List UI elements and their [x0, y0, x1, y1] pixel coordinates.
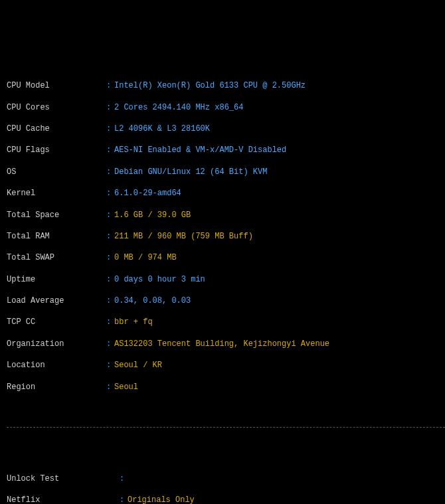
space-value: 1.6 GB / 39.0 GB: [114, 210, 191, 220]
cpu-cores-value: 2 Cores 2494.140 MHz x86_64: [114, 102, 243, 113]
cpu-cache-value: L2 4096K & L3 28160K: [114, 124, 210, 134]
swap-value: 0 MB / 974 MB: [114, 252, 177, 263]
region-label: Region: [7, 382, 106, 392]
loc-value: Seoul / KR: [114, 360, 162, 371]
load-value: 0.34, 0.08, 0.03: [114, 295, 191, 306]
cpu-flags-label: CPU Flags: [7, 145, 106, 155]
ram-value: 211 MB / 960 MB (759 MB Buff): [114, 231, 253, 242]
netflix-value: Originals Only: [128, 495, 195, 504]
unlock-title: Unlock Test: [7, 473, 120, 484]
divider: [7, 427, 445, 428]
kernel-label: Kernel: [7, 188, 106, 199]
region-value: Seoul: [114, 382, 138, 392]
netflix-label: Netflix: [7, 495, 120, 504]
space-label: Total Space: [7, 210, 106, 220]
kernel-value: 6.1.0-29-amd64: [114, 188, 181, 199]
uptime-label: Uptime: [7, 274, 106, 285]
ram-label: Total RAM: [7, 231, 106, 242]
org-value: AS132203 Tencent Building, Kejizhongyi A…: [114, 339, 329, 349]
cpu-model-value: Intel(R) Xeon(R) Gold 6133 CPU @ 2.50GHz: [114, 80, 306, 91]
uptime-value: 0 days 0 hour 3 min: [114, 274, 205, 285]
os-value: Debian GNU/Linux 12 (64 Bit) KVM: [114, 167, 267, 177]
load-label: Load Average: [7, 295, 106, 306]
loc-label: Location: [7, 360, 106, 371]
cpu-model-label: CPU Model: [7, 80, 106, 91]
org-label: Organization: [7, 339, 106, 349]
tcp-label: TCP CC: [7, 317, 106, 327]
unlock-block: Unlock Test: Netflix:Originals Only YouT…: [7, 463, 445, 504]
cpu-flags-value: AES-NI Enabled & VM-x/AMD-V Disabled: [114, 145, 286, 155]
colon: :: [106, 80, 114, 91]
os-label: OS: [7, 167, 106, 177]
cpu-cache-label: CPU Cache: [7, 124, 106, 134]
cpu-cores-label: CPU Cores: [7, 102, 106, 113]
tcp-value: bbr + fq: [114, 317, 153, 327]
sysinfo-block: CPU Model:Intel(R) Xeon(R) Gold 6133 CPU…: [7, 70, 445, 403]
swap-label: Total SWAP: [7, 252, 106, 263]
